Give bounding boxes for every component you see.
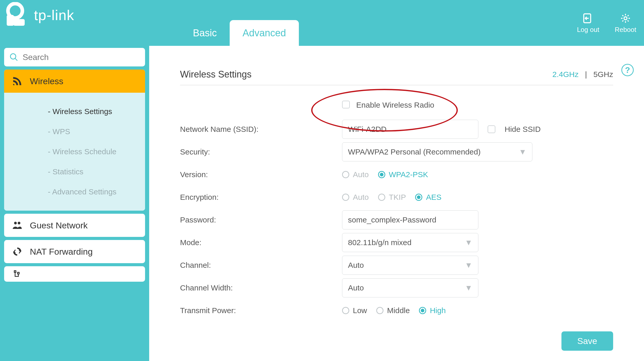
version-wpa2psk-radio[interactable]: WPA2-PSK [378, 170, 428, 179]
sidebar-item-guest-label: Guest Network [30, 220, 88, 230]
encryption-tkip-radio[interactable]: TKIP [378, 193, 406, 202]
version-label: Version: [180, 170, 342, 179]
enable-wireless-radio-checkbox[interactable] [342, 101, 350, 108]
channel-label: Channel: [180, 261, 342, 270]
chevron-down-icon: ▼ [465, 261, 472, 270]
band-5ghz[interactable]: 5GHz [593, 70, 613, 79]
password-label: Password: [180, 216, 342, 224]
brand-logo: tp-link [4, 2, 74, 28]
sidebar-child-wps[interactable]: - WPS [4, 122, 145, 142]
wifi-icon [12, 76, 23, 87]
usb-icon [12, 269, 22, 279]
sidebar-item-nat-label: NAT Forwarding [30, 247, 93, 257]
security-select[interactable]: WPA/WPA2 Personal (Recommended) ▼ [342, 142, 532, 161]
channel-value: Auto [348, 261, 364, 270]
band-24ghz[interactable]: 2.4GHz [552, 70, 579, 79]
sidebar-item-nat-forwarding[interactable]: NAT Forwarding [4, 240, 145, 263]
transmit-power-label: Transmit Power: [180, 306, 342, 315]
power-high-radio[interactable]: High [419, 306, 446, 315]
security-value: WPA/WPA2 Personal (Recommended) [348, 148, 481, 156]
encryption-aes-radio[interactable]: AES [415, 193, 441, 202]
mode-select[interactable]: 802.11b/g/n mixed ▼ [342, 233, 478, 252]
brand-name: tp-link [34, 7, 74, 23]
password-input[interactable] [342, 210, 478, 229]
search-box[interactable] [4, 48, 145, 66]
help-button[interactable]: ? [621, 64, 634, 76]
hide-ssid-label: Hide SSID [505, 125, 541, 134]
svg-point-6 [14, 222, 17, 225]
nat-forwarding-icon [12, 246, 23, 257]
svg-point-7 [18, 222, 21, 225]
power-middle-radio[interactable]: Middle [376, 306, 410, 315]
security-label: Security: [180, 148, 342, 156]
svg-point-4 [624, 17, 627, 20]
svg-rect-2 [13, 19, 25, 26]
sidebar-item-partial[interactable] [4, 266, 145, 282]
channel-width-select[interactable]: Auto ▼ [342, 278, 478, 297]
sidebar-item-guest-network[interactable]: Guest Network [4, 214, 145, 237]
sidebar-child-wireless-schedule[interactable]: - Wireless Schedule [4, 142, 145, 162]
tab-basic[interactable]: Basic [180, 20, 230, 46]
guest-network-icon [12, 220, 23, 231]
channel-width-label: Channel Width: [180, 283, 342, 292]
sidebar-child-statistics[interactable]: - Statistics [4, 162, 145, 182]
tplink-logo-icon [4, 2, 29, 28]
reboot-label: Reboot [615, 26, 636, 34]
logout-icon [582, 12, 594, 24]
logout-label: Log out [577, 26, 599, 34]
sidebar-child-advanced-settings[interactable]: - Advanced Settings [4, 182, 145, 202]
sidebar-item-wireless-label: Wireless [30, 76, 63, 86]
save-button[interactable]: Save [561, 331, 613, 351]
band-toggle: 2.4GHz | 5GHz [552, 70, 613, 79]
enable-wireless-radio-label: Enable Wireless Radio [356, 101, 434, 109]
reboot-icon [620, 12, 631, 24]
search-input[interactable] [23, 53, 140, 62]
svg-point-5 [10, 54, 16, 59]
panel-title: Wireless Settings [180, 69, 252, 80]
encryption-auto-radio[interactable]: Auto [342, 193, 369, 202]
chevron-down-icon: ▼ [465, 238, 472, 247]
hide-ssid-checkbox[interactable] [488, 125, 495, 133]
sidebar-child-wireless-settings[interactable]: - Wireless Settings [4, 101, 145, 122]
encryption-label: Encryption: [180, 193, 342, 202]
version-auto-radio[interactable]: Auto [342, 170, 369, 179]
search-icon [9, 52, 19, 62]
ssid-input[interactable] [342, 120, 478, 139]
mode-label: Mode: [180, 238, 342, 247]
band-sep: | [585, 70, 587, 79]
reboot-button[interactable]: Reboot [615, 12, 636, 34]
chevron-down-icon: ▼ [465, 283, 472, 292]
logout-button[interactable]: Log out [577, 12, 599, 34]
power-low-radio[interactable]: Low [342, 306, 367, 315]
svg-rect-1 [7, 15, 14, 26]
ssid-label: Network Name (SSID): [180, 125, 342, 134]
channel-width-value: Auto [348, 283, 364, 292]
channel-select[interactable]: Auto ▼ [342, 256, 478, 275]
tab-advanced[interactable]: Advanced [230, 20, 299, 46]
chevron-down-icon: ▼ [519, 148, 526, 156]
mode-value: 802.11b/g/n mixed [348, 238, 412, 247]
sidebar-item-wireless[interactable]: Wireless [4, 70, 145, 93]
